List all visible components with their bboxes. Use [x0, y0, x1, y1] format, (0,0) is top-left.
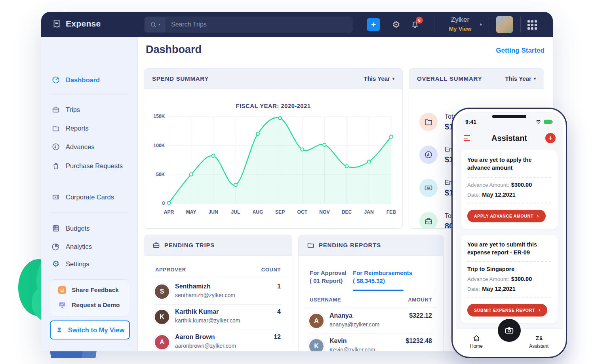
- overall-range-dropdown[interactable]: This Year ▾: [505, 75, 536, 82]
- sidebar-item-reports[interactable]: Reports: [51, 123, 89, 133]
- svg-text:50K: 50K: [156, 172, 165, 177]
- column-username: USERNAME: [310, 297, 341, 303]
- sidebar-item-analytics[interactable]: Analytics: [51, 241, 92, 252]
- table-row[interactable]: A Ananya ananya@zylker.com $322.12: [308, 309, 434, 334]
- card-title: You are yet to apply the advance amount: [467, 156, 551, 172]
- card-title: You are yet to submit this expense repor…: [467, 241, 551, 257]
- add-icon[interactable]: +: [545, 133, 556, 143]
- sidebar-item-budgets[interactable]: Budgets: [51, 223, 90, 233]
- cash-icon: [419, 179, 438, 197]
- topbar-divider: [489, 17, 489, 32]
- feedback-box: Share Feedback Request a Demo: [50, 279, 129, 317]
- request-demo-button[interactable]: Request a Demo: [58, 301, 120, 309]
- table-row[interactable]: K Kevin Kevin@zylker.com $1232.48: [308, 334, 434, 351]
- submit-expense-report-button[interactable]: SUBMIT EXPENSE REPORT ›: [467, 304, 547, 317]
- table-row[interactable]: S Senthamizh senthamizh@zylker.com 1: [154, 279, 282, 305]
- global-search[interactable]: ▾: [145, 17, 352, 32]
- svg-text:150K: 150K: [153, 114, 165, 119]
- card-field: Date:May 12,2021: [467, 286, 551, 292]
- smiley-icon: [58, 286, 66, 294]
- nav-home-label: Home: [470, 343, 483, 349]
- switch-to-my-view-button[interactable]: Switch to My View: [50, 320, 130, 339]
- user-avatar[interactable]: [496, 16, 513, 33]
- topbar-divider: [520, 17, 521, 32]
- table-row[interactable]: A Aaron Brown aaronbrown@zylker.com 12: [154, 330, 282, 351]
- sidebar-divider: [51, 181, 128, 181]
- sidebar-item-purchase-requests[interactable]: Purchase Requests: [51, 161, 123, 171]
- pending-trips-title: PENDING TRIPS: [152, 241, 215, 249]
- org-name: Zylker: [441, 15, 479, 25]
- briefcase-icon: [152, 241, 160, 249]
- share-feedback-label: Share Feedback: [72, 286, 119, 294]
- spend-chart-svg: 050K100K150KAPRMAYJUNJULAUGSEPOCTNOVDECJ…: [150, 112, 398, 217]
- sidebar-item-label: Analytics: [66, 243, 92, 250]
- reports-column-headers: USERNAME AMOUNT: [310, 297, 432, 303]
- search-scope[interactable]: ▾: [145, 17, 166, 32]
- avatar: A: [154, 334, 170, 351]
- card-field: Advance Amount:$300.00: [467, 276, 551, 282]
- divider: [305, 307, 437, 307]
- app-logo: Expense: [51, 19, 101, 29]
- assistant-card: You are yet to apply the advance amount …: [461, 150, 558, 229]
- camera-button[interactable]: [498, 319, 521, 342]
- column-approver: APPROVER: [155, 267, 186, 273]
- tab-for-approval[interactable]: For Approval ( 01 Report): [310, 269, 346, 285]
- svg-text:FEB: FEB: [386, 209, 396, 215]
- spend-chart: 050K100K150KAPRMAYJUNJULAUGSEPOCTNOVDECJ…: [150, 112, 398, 219]
- report-amount: $322.12: [409, 312, 432, 319]
- nav-assistant[interactable]: Assistant: [529, 334, 548, 349]
- sidebar-item-trips[interactable]: Trips: [51, 104, 80, 115]
- sidebar: Dashboard Trips Reports Advances: [41, 37, 138, 351]
- spend-range-value: This Year: [364, 75, 390, 82]
- trip-count: 4: [277, 308, 281, 315]
- sidebar-item-label: Reports: [66, 125, 89, 132]
- pending-reports-header: PENDING REPORTS: [299, 235, 443, 256]
- sidebar-item-settings[interactable]: ⚙ Settings: [51, 259, 89, 269]
- sidebar-item-corporate-cards[interactable]: Corporate Cards: [51, 192, 114, 202]
- sidebar-item-label: Trips: [66, 106, 80, 114]
- field-value: $300.00: [511, 182, 532, 188]
- card-field: Date:May 12,2021: [467, 191, 551, 198]
- svg-text:100K: 100K: [153, 143, 165, 148]
- spend-summary-panel: SPEND SUMMARY This Year ▾ FISCAL YEAR: 2…: [144, 68, 403, 229]
- phone-screen: 9:41 Assistant + Yo: [456, 112, 563, 354]
- sidebar-divider: [51, 95, 128, 95]
- apply-advance-button[interactable]: APPLY ADVANCE AMOUNT ›: [467, 210, 546, 222]
- request-demo-label: Request a Demo: [72, 301, 120, 309]
- pending-trips-panel: PENDING TRIPS APPROVER COUNT S Senthamiz…: [144, 235, 292, 351]
- svg-text:SEP: SEP: [275, 209, 285, 215]
- search-input[interactable]: [166, 21, 352, 28]
- sidebar-item-label: Dashboard: [66, 76, 100, 84]
- spend-range-dropdown[interactable]: This Year ▾: [364, 75, 394, 82]
- table-row[interactable]: K Karthik Kumar karthik.kumar@zylker.com…: [154, 305, 282, 330]
- summary-item-trips: Tot 80: [419, 211, 453, 229]
- share-feedback-button[interactable]: Share Feedback: [58, 286, 119, 294]
- dashed-divider: [467, 177, 551, 178]
- apps-grid-icon[interactable]: [527, 20, 537, 30]
- sidebar-item-advances[interactable]: Advances: [51, 142, 94, 152]
- settings-icon[interactable]: ⚙: [392, 20, 400, 29]
- org-view-label: My View: [441, 25, 479, 33]
- chart-title: FISCAL YEAR: 2020-2021: [144, 102, 402, 109]
- user-email: Kevin@zylker.com: [329, 347, 375, 351]
- chevron-right-icon: ›: [537, 214, 539, 218]
- notification-badge: 6: [416, 17, 423, 24]
- field-value: May 12,2021: [482, 286, 516, 292]
- card-subtitle: Trip to Singapore: [467, 266, 551, 272]
- search-icon: [150, 21, 157, 28]
- assistant-card: You are yet to submit this expense repor…: [461, 235, 558, 324]
- tab-for-reimbursements[interactable]: For Reimbursements ( $8,345.32): [353, 269, 412, 285]
- approver-email: aaronbrown@zylker.com: [175, 343, 236, 349]
- avatar: K: [154, 309, 170, 325]
- nav-home[interactable]: Home: [470, 334, 483, 349]
- org-switcher[interactable]: Zylker My View: [441, 15, 479, 33]
- advance-clock-icon: [51, 142, 60, 151]
- button-label: APPLY ADVANCE AMOUNT: [474, 214, 533, 218]
- quick-add-button[interactable]: +: [367, 18, 380, 31]
- trips-column-headers: APPROVER COUNT: [155, 267, 281, 273]
- sidebar-item-dashboard[interactable]: Dashboard: [51, 75, 100, 85]
- getting-started-link[interactable]: Getting Started: [496, 47, 544, 55]
- topbar: Expense ▾ + ⚙ 6 Zylker My View: [41, 12, 553, 37]
- expense-folder-icon: [419, 113, 438, 131]
- dashed-divider: [467, 261, 551, 262]
